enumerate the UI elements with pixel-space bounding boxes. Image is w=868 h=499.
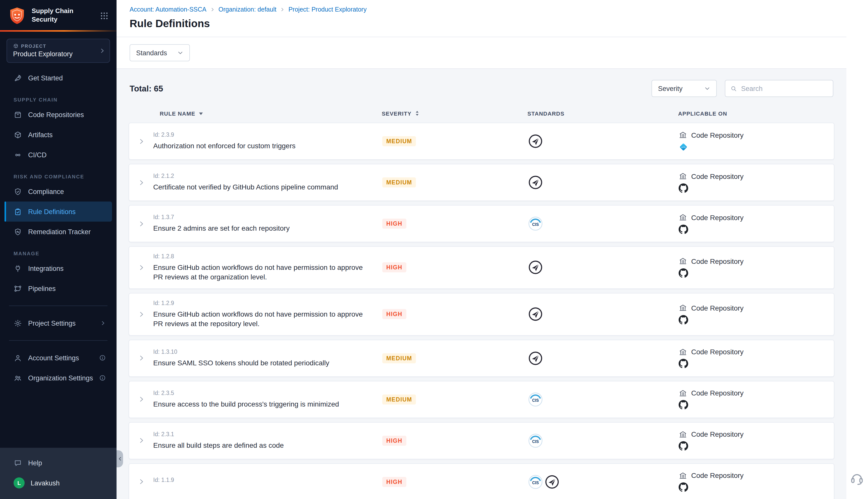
- column-header-standards[interactable]: STANDARDS: [479, 110, 640, 116]
- sidebar-item-label: Code Repositories: [28, 111, 84, 118]
- chevron-right-icon: [137, 137, 145, 145]
- row-expander[interactable]: [129, 220, 153, 227]
- table-row[interactable]: Id: 2.3.5 Ensure access to the build pro…: [128, 381, 834, 418]
- github-icon: [679, 441, 688, 451]
- user-profile[interactable]: L Lavakush: [4, 473, 112, 493]
- info-icon[interactable]: [99, 354, 106, 361]
- row-expander[interactable]: [129, 395, 153, 403]
- rule-id: Id: 1.2.8: [153, 253, 377, 259]
- rule-name: Ensure all build steps are defined as co…: [153, 440, 374, 450]
- severity-badge: MEDIUM: [382, 353, 416, 363]
- sidebar-item-label: Artifacts: [28, 131, 53, 138]
- rule-id: Id: 1.1.9: [153, 477, 377, 483]
- row-expander[interactable]: [129, 179, 153, 186]
- sidebar-header: Supply Chain Security: [0, 0, 116, 30]
- sidebar-item-remediation-tracker[interactable]: Remediation Tracker: [4, 222, 112, 242]
- search-input[interactable]: [741, 85, 828, 92]
- sidebar: Supply Chain Security PROJECT Product Ex…: [0, 0, 116, 499]
- row-expander[interactable]: [129, 437, 153, 444]
- applicable-on-label: Code Repository: [691, 213, 744, 221]
- breadcrumb-account-link[interactable]: Account: Automation-SSCA: [129, 6, 207, 13]
- clipboard-check-icon: [14, 207, 22, 216]
- rule-id: Id: 2.1.2: [153, 173, 377, 179]
- column-header-applicable-on[interactable]: APPLICABLE ON: [640, 110, 834, 116]
- filter-bar: Standards: [116, 37, 868, 68]
- table-row[interactable]: Id: 2.3.9 Authorization not enforced for…: [128, 123, 834, 160]
- table-row[interactable]: Id: 1.2.9 Ensure GitHub action workflows…: [128, 293, 834, 336]
- row-expander[interactable]: [129, 264, 153, 271]
- github-icon: [679, 224, 688, 234]
- applicable-on-label: Code Repository: [691, 131, 744, 139]
- standards-cell: [480, 175, 641, 190]
- sidebar-item-code-repositories[interactable]: Code Repositories: [4, 105, 112, 125]
- sidebar-collapse-handle[interactable]: [116, 450, 123, 467]
- breadcrumb-project-link[interactable]: Project: Product Exploratory: [288, 6, 367, 13]
- table-row[interactable]: Id: 2.1.2 Certificate not verified by Gi…: [128, 164, 834, 201]
- info-icon[interactable]: [99, 374, 106, 381]
- sidebar-item-pipelines[interactable]: Pipelines: [4, 278, 112, 299]
- severity-cell: MEDIUM: [382, 136, 480, 146]
- applicable-on-cell: Code Repository </>: [641, 131, 834, 152]
- breadcrumb-organization-link[interactable]: Organization: default: [219, 6, 276, 13]
- table-row[interactable]: Id: 1.3.10 Ensure SAML SSO tokens should…: [128, 339, 834, 377]
- accent-bar: [0, 30, 116, 32]
- column-header-rule-name[interactable]: RULE NAME: [153, 110, 382, 116]
- sidebar-item-help[interactable]: Help: [4, 453, 112, 473]
- rule-name-cell: Id: 1.3.10 Ensure SAML SSO tokens should…: [153, 342, 382, 374]
- severity-filter-label: Severity: [658, 85, 683, 92]
- page-header: Account: Automation-SSCA Organization: d…: [116, 0, 868, 37]
- chevron-right-icon: [100, 320, 106, 326]
- standards-cell: CIS: [480, 392, 641, 407]
- severity-cell: HIGH: [382, 436, 480, 446]
- project-selector[interactable]: PROJECT Product Exploratory: [7, 39, 110, 63]
- row-expander[interactable]: [129, 354, 153, 362]
- applicable-on-cell: Code Repository: [641, 213, 834, 234]
- severity-cell: HIGH: [382, 477, 480, 487]
- standards-filter-label: Standards: [136, 49, 167, 57]
- total-count: Total: 65: [129, 84, 163, 93]
- sidebar-item-organization-settings[interactable]: Organization Settings: [4, 368, 112, 388]
- shield-pulse-icon: [14, 227, 22, 236]
- sidebar-item-cicd[interactable]: CI/CD: [4, 145, 112, 165]
- github-icon: [679, 268, 688, 278]
- sidebar-item-compliance[interactable]: Compliance: [4, 181, 112, 202]
- rule-name: Ensure GitHub action workflows do not ha…: [153, 309, 374, 329]
- sidebar-item-artifacts[interactable]: Artifacts: [4, 125, 112, 145]
- chevron-left-icon: [117, 456, 122, 461]
- source-cell: [679, 224, 834, 234]
- applicable-on-label: Code Repository: [691, 304, 744, 312]
- nav-section-risk-compliance: RISK AND COMPLIANCE: [14, 174, 116, 179]
- shield-check-icon: [14, 187, 22, 196]
- sidebar-item-label: Integrations: [28, 265, 64, 272]
- sidebar-item-get-started[interactable]: Get Started: [4, 68, 112, 88]
- sidebar-item-account-settings[interactable]: Account Settings: [4, 348, 112, 368]
- chevron-right-icon: [210, 7, 215, 12]
- code-repository-icon: [679, 471, 687, 480]
- sidebar-item-rule-definitions[interactable]: Rule Definitions: [4, 202, 112, 222]
- column-header-severity[interactable]: SEVERITY: [382, 110, 479, 117]
- sidebar-footer: Help L Lavakush: [0, 448, 116, 499]
- code-repository-icon: [679, 257, 687, 266]
- sidebar-item-label: Get Started: [28, 74, 63, 82]
- code-repository-icon: [679, 213, 687, 222]
- sidebar-item-project-settings[interactable]: Project Settings: [4, 313, 112, 333]
- row-expander[interactable]: [129, 310, 153, 318]
- row-expander[interactable]: [129, 137, 153, 145]
- main-content: Account: Automation-SSCA Organization: d…: [116, 0, 868, 499]
- severity-filter-dropdown[interactable]: Severity: [652, 80, 717, 97]
- rules-panel: Total: 65 Severity RULE NAME: [116, 69, 846, 499]
- support-headset-button[interactable]: [850, 471, 865, 488]
- table-row[interactable]: Id: 1.1.9 HIGH CIS Code Repository: [128, 463, 834, 499]
- severity-badge: HIGH: [382, 477, 406, 487]
- row-expander[interactable]: [129, 478, 153, 485]
- code-repository-icon: [679, 348, 687, 356]
- chevron-right-icon: [137, 395, 145, 403]
- table-row[interactable]: Id: 1.3.7 Ensure 2 admins are set for ea…: [128, 205, 834, 242]
- table-row[interactable]: Id: 2.3.1 Ensure all build steps are def…: [128, 422, 834, 459]
- rocket-icon: [14, 74, 22, 82]
- severity-badge: MEDIUM: [382, 178, 416, 187]
- sidebar-item-integrations[interactable]: Integrations: [4, 258, 112, 278]
- table-row[interactable]: Id: 1.2.8 Ensure GitHub action workflows…: [128, 246, 834, 289]
- module-switcher-grid-icon[interactable]: [99, 10, 110, 21]
- standards-filter-dropdown[interactable]: Standards: [129, 44, 190, 61]
